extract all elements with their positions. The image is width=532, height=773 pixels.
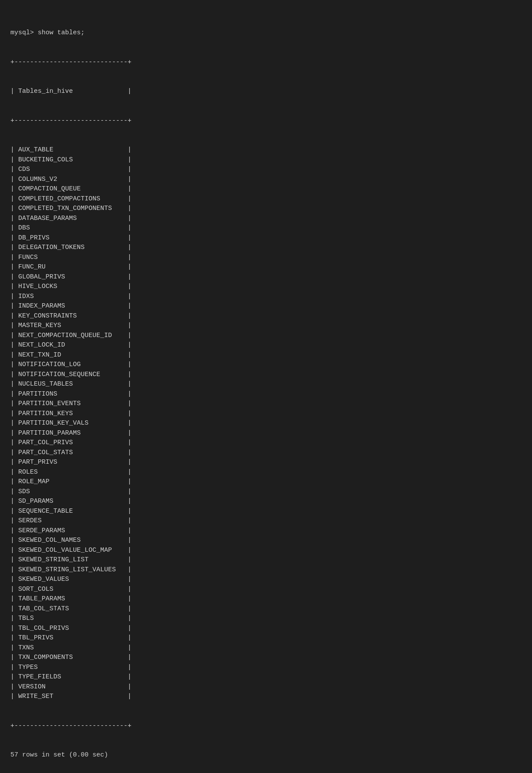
table-row: | TBLS | <box>10 614 522 624</box>
table-header: | Tables_in_hive | <box>10 87 522 97</box>
table-row: | NOTIFICATION_LOG | <box>10 360 522 370</box>
table-row: | WRITE_SET | <box>10 692 522 702</box>
table-row: | GLOBAL_PRIVS | <box>10 272 522 282</box>
table-row: | DBS | <box>10 223 522 233</box>
table-row: | TAB_COL_STATS | <box>10 604 522 614</box>
table-row: | IDXS | <box>10 292 522 302</box>
table-row: | SERDES | <box>10 516 522 526</box>
footer: 57 rows in set (0.00 sec) <box>10 750 522 760</box>
table-row: | PART_PRIVS | <box>10 458 522 468</box>
table-row: | PARTITION_PARAMS | <box>10 429 522 439</box>
table-row: | PARTITIONS | <box>10 390 522 400</box>
table-row: | COMPLETED_COMPACTIONS | <box>10 194 522 204</box>
border-mid: +-----------------------------+ <box>10 116 522 126</box>
table-row: | COLUMNS_V2 | <box>10 175 522 185</box>
table-row: | DELEGATION_TOKENS | <box>10 243 522 253</box>
table-row: | ROLES | <box>10 468 522 478</box>
table-row: | PART_COL_STATS | <box>10 448 522 458</box>
table-row: | DATABASE_PARAMS | <box>10 214 522 224</box>
terminal-window: mysql> show tables; +-------------------… <box>10 9 522 770</box>
border-top: +-----------------------------+ <box>10 58 522 68</box>
table-row: | MASTER_KEYS | <box>10 321 522 331</box>
table-row: | PARTITION_KEY_VALS | <box>10 419 522 429</box>
table-row: | PARTITION_KEYS | <box>10 409 522 419</box>
table-row: | VERSION | <box>10 682 522 692</box>
table-row: | INDEX_PARAMS | <box>10 301 522 311</box>
table-row: | TABLE_PARAMS | <box>10 594 522 604</box>
table-row: | TYPE_FIELDS | <box>10 672 522 682</box>
table-row: | COMPLETED_TXN_COMPONENTS | <box>10 204 522 214</box>
table-row: | ROLE_MAP | <box>10 477 522 487</box>
table-row: | SORT_COLS | <box>10 585 522 595</box>
prompt-line: mysql> show tables; <box>10 28 522 38</box>
table-row: | BUCKETING_COLS | <box>10 155 522 165</box>
border-bot: +-----------------------------+ <box>10 721 522 731</box>
table-row: | SEQUENCE_TABLE | <box>10 507 522 517</box>
table-row: | AUX_TABLE | <box>10 145 522 155</box>
table-row: | TYPES | <box>10 663 522 673</box>
table-row: | KEY_CONSTRAINTS | <box>10 311 522 321</box>
table-row: | TXN_COMPONENTS | <box>10 653 522 663</box>
table-row: | SKEWED_COL_VALUE_LOC_MAP | <box>10 546 522 556</box>
table-row: | NEXT_TXN_ID | <box>10 350 522 360</box>
table-row: | NOTIFICATION_SEQUENCE | <box>10 370 522 380</box>
table-row: | SERDE_PARAMS | <box>10 526 522 536</box>
table-row: | TBL_PRIVS | <box>10 633 522 643</box>
table-row: | PART_COL_PRIVS | <box>10 438 522 448</box>
table-row: | FUNCS | <box>10 253 522 263</box>
table-row: | NUCLEUS_TABLES | <box>10 380 522 390</box>
table-row: | SKEWED_COL_NAMES | <box>10 536 522 546</box>
table-row: | CDS | <box>10 165 522 175</box>
table-row: | COMPACTION_QUEUE | <box>10 184 522 194</box>
table-row: | SD_PARAMS | <box>10 497 522 507</box>
table-row: | TXNS | <box>10 643 522 653</box>
table-row: | SDS | <box>10 487 522 497</box>
table-row: | SKEWED_VALUES | <box>10 575 522 585</box>
table-rows-container: | AUX_TABLE || BUCKETING_COLS || CDS || … <box>10 145 522 702</box>
table-row: | SKEWED_STRING_LIST | <box>10 555 522 565</box>
table-row: | FUNC_RU | <box>10 262 522 272</box>
table-row: | DB_PRIVS | <box>10 233 522 243</box>
table-row: | NEXT_COMPACTION_QUEUE_ID | <box>10 331 522 341</box>
table-row: | TBL_COL_PRIVS | <box>10 624 522 634</box>
table-row: | NEXT_LOCK_ID | <box>10 341 522 350</box>
table-row: | PARTITION_EVENTS | <box>10 399 522 409</box>
table-row: | HIVE_LOCKS | <box>10 282 522 292</box>
table-row: | SKEWED_STRING_LIST_VALUES | <box>10 565 522 575</box>
